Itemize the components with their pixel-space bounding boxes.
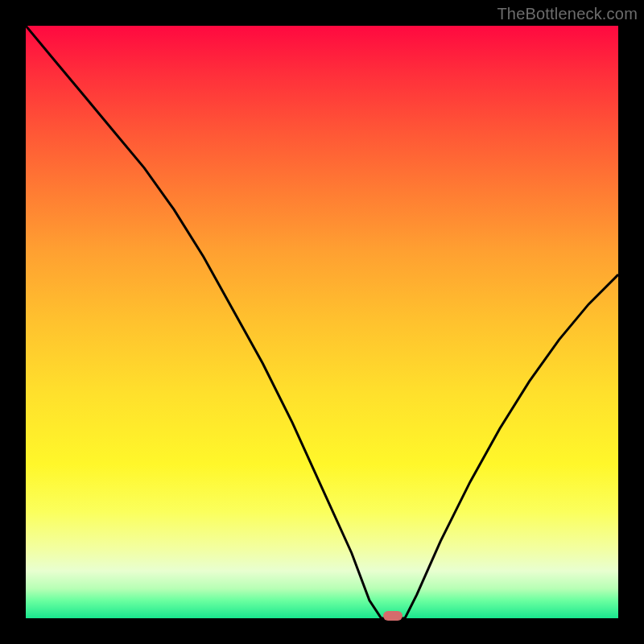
chart-frame: TheBottleneck.com: [0, 0, 644, 644]
gradient-plot-area: [26, 26, 618, 618]
optimal-point-marker: [383, 611, 402, 621]
watermark-text: TheBottleneck.com: [497, 5, 638, 23]
